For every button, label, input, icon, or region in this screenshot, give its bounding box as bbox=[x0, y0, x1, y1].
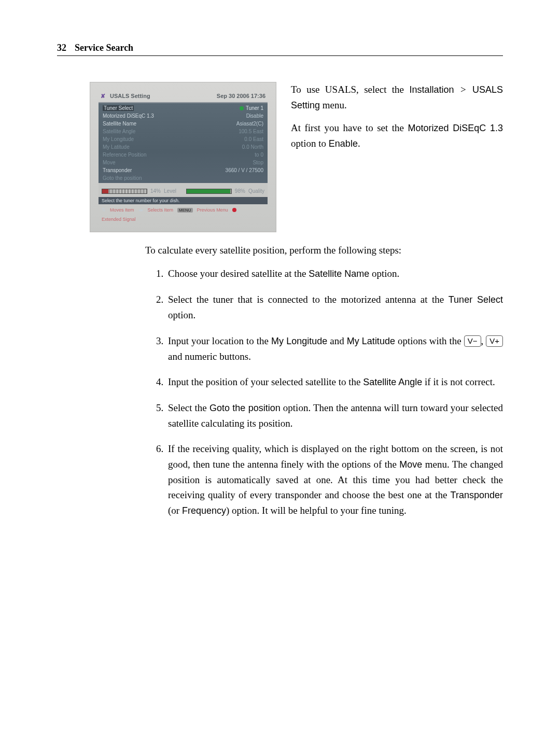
footer-legend: ⇅Moves Item ◂▸Selects Item MENUPrevious … bbox=[99, 204, 268, 222]
screenshot-title: USALS Setting bbox=[110, 93, 150, 99]
step-1: Choose your desired satellite at the Sat… bbox=[166, 266, 503, 281]
ui-move: Move bbox=[399, 459, 422, 470]
step-6: If the receiving quality, which is displ… bbox=[166, 441, 503, 518]
step-4: Input the position of your selected sate… bbox=[166, 374, 503, 390]
steps-list: Choose your desired satellite at the Sat… bbox=[145, 266, 503, 518]
row-my-longitude: My Longitude0.0 East bbox=[99, 135, 268, 143]
page-number: 32 bbox=[57, 43, 66, 53]
hint-text: Select the tuner number for your dish. bbox=[99, 197, 268, 204]
ui-motorized-diseqc: Motorized DiSEqC 1.3 bbox=[408, 123, 503, 133]
step-3: Input your location to the My Longitude … bbox=[166, 333, 503, 364]
row-motorized-diseqc: Motorized DiSEqC 1.3Disable bbox=[99, 112, 268, 120]
manual-page: 32 Service Search ✘USALS Setting Sep 30 … bbox=[0, 0, 560, 746]
level-bar bbox=[102, 189, 147, 194]
lead-sentence: To calculate every satellite position, p… bbox=[145, 243, 503, 258]
row-move: MoveStop bbox=[99, 159, 268, 166]
ui-frequency: Frequency bbox=[182, 505, 226, 516]
ui-satellite-name: Satellite Name bbox=[309, 269, 369, 279]
menu-pill-icon: MENU bbox=[177, 208, 193, 213]
row-my-latitude: My Latitude0.0 North bbox=[99, 143, 268, 151]
aside-text: To use USALS, select the Installation > … bbox=[291, 82, 503, 232]
ui-tuner-select: Tuner Select bbox=[449, 294, 503, 305]
step-5: Select the Goto the position option. The… bbox=[166, 400, 503, 431]
key-v-plus: V+ bbox=[486, 335, 503, 347]
ui-my-latitude: My Latitude bbox=[347, 336, 395, 346]
row-transponder: Transponder3660 / V / 27500 bbox=[99, 166, 268, 174]
quality-bar bbox=[186, 189, 232, 194]
chapter-title: Service Search bbox=[75, 43, 133, 53]
body-content: To calculate every satellite position, p… bbox=[145, 243, 503, 518]
step-2: Select the tuner that is connected to th… bbox=[166, 292, 503, 322]
ui-enable: Enable bbox=[329, 138, 358, 149]
ui-goto-the-position: Goto the position bbox=[209, 403, 281, 413]
row-satellite-angle: Satellite Angle100.5 East bbox=[99, 128, 268, 135]
ui-satellite-angle: Satellite Angle bbox=[363, 377, 422, 387]
row-goto-position: Goto the position bbox=[99, 174, 268, 182]
signal-bars: 14% Level 98% Quality bbox=[99, 183, 268, 197]
screenshot-datetime: Sep 30 2006 17:36 bbox=[217, 93, 265, 99]
ui-my-longitude: My Longitude bbox=[271, 336, 327, 346]
row-tuner-select: Tuner SelectTuner 1 bbox=[99, 104, 268, 112]
green-dot-icon bbox=[240, 106, 244, 110]
ui-transponder: Transponder bbox=[451, 490, 503, 500]
row-satellite-name: Satellite NameAsiasat2(C) bbox=[99, 120, 268, 128]
antenna-icon: ✘ bbox=[101, 93, 107, 99]
ui-installation: Installation bbox=[409, 85, 454, 95]
usals-setting-screenshot: ✘USALS Setting Sep 30 2006 17:36 Tuner S… bbox=[90, 82, 276, 232]
page-header: 32 Service Search bbox=[57, 43, 503, 56]
key-v-minus: V− bbox=[464, 335, 481, 347]
red-dot-icon bbox=[232, 208, 236, 212]
row-reference-position: Reference Positionto 0 bbox=[99, 151, 268, 159]
